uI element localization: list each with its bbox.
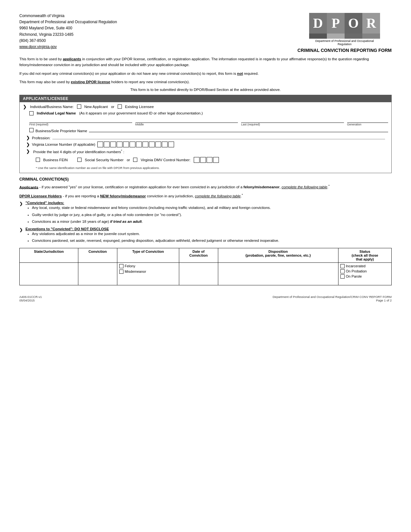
individual-legal-checkbox[interactable] — [29, 111, 34, 115]
lc8 — [142, 142, 148, 147]
misdemeanor-checkbox[interactable] — [119, 270, 123, 274]
applicants-para: Applicants - if you answered "yes" on yo… — [19, 183, 392, 190]
lc6 — [130, 142, 135, 147]
profession-label: Profession: — [32, 136, 51, 140]
footer-left: A406-01CCR-v1 05/04/2015 — [19, 295, 42, 302]
logo-d2 — [309, 34, 327, 39]
business-checkbox[interactable] — [29, 128, 34, 132]
individual-sub-label: (As it appears on your government issued… — [79, 111, 203, 115]
footer-right: Department of Professional and Occupatio… — [273, 295, 392, 302]
footer: A406-01CCR-v1 05/04/2015 Department of P… — [19, 295, 392, 302]
logo-r2 — [362, 34, 380, 39]
id-options-row: Business FEIN Social Security Number or … — [36, 157, 219, 163]
table-row: Felony Misdemeanor Incarcerated — [20, 262, 392, 285]
last-label: Last (required) — [241, 123, 344, 126]
new-applicant-label: New Applicant — [84, 105, 108, 109]
convicted-section: ❯ "Convicted" includes: Any local, count… — [19, 201, 392, 226]
arrow-icon5: ❯ — [19, 201, 23, 206]
status-options: Incarcerated On Probation On Parole — [340, 264, 389, 279]
logo-r: R — [362, 13, 380, 34]
org-line1: Commonwealth of Virginia — [19, 13, 117, 19]
lc10 — [155, 142, 161, 147]
name-row: ❯ Individual/Business Name: New Applican… — [23, 104, 388, 109]
org-link[interactable]: www.dpor.virginia.gov — [19, 44, 117, 50]
convicted-header: "Convicted" includes: — [25, 201, 64, 205]
felony-checkbox[interactable] — [119, 264, 123, 268]
felony-label: Felony — [125, 264, 135, 268]
lc7 — [136, 142, 142, 147]
org-line2: Department of Professional and Occupatio… — [19, 19, 117, 25]
org-line4: Richmond, Virginia 23233-1485 — [19, 32, 117, 38]
individual-legal-row: Individual Legal Name (As it appears on … — [29, 111, 388, 115]
type-options: Felony Misdemeanor — [119, 264, 177, 274]
ssn-checkbox[interactable] — [77, 158, 82, 162]
incarcerated-row: Incarcerated — [340, 264, 389, 268]
footer-date: 05/04/2015 — [19, 299, 42, 302]
generation-input[interactable] — [347, 117, 388, 123]
dmv-checkbox[interactable] — [133, 158, 137, 162]
dmv-cells — [194, 157, 219, 163]
first-label: First (required) — [29, 123, 132, 126]
lc1 — [97, 142, 103, 147]
fein-label: Business FEIN — [43, 158, 68, 162]
parole-row: On Parole — [340, 274, 389, 279]
col5-line2: {probation, parole, fine, sentence, etc.… — [245, 253, 311, 257]
convicted-content: "Convicted" includes: Any local, county,… — [25, 201, 271, 226]
convicted-bullets: Any local, county, state or federal misd… — [32, 205, 271, 225]
name-fields: First (required) Middle Last (required) … — [29, 117, 388, 126]
id-section: ❯ Provide the last 4 digits of your iden… — [23, 149, 388, 170]
col4-line2: Conviction — [189, 253, 208, 257]
conviction-cell — [78, 262, 117, 285]
license-row: ❯ Virginia License Number (if applicable… — [23, 142, 388, 147]
type-cell: Felony Misdemeanor — [117, 262, 179, 285]
felony-row: Felony — [119, 264, 177, 268]
dmv-c1 — [194, 157, 200, 163]
logo-o2 — [345, 34, 362, 39]
col-disposition: Disposition {probation, parole, fine, se… — [218, 248, 338, 262]
id-label: Provide the last 4 digits of your identi… — [33, 149, 124, 154]
lc2 — [104, 142, 110, 147]
probation-checkbox[interactable] — [340, 269, 345, 273]
middle-name-input[interactable] — [135, 117, 238, 123]
exceptions-section: ❯ Exceptions to "Convicted": DO NOT DISC… — [19, 227, 392, 245]
dpor-logo: D P O R — [309, 13, 380, 39]
col6-line2: (check all those — [352, 253, 378, 257]
exceptions-header: Exceptions to "Convicted": DO NOT DISCLO… — [25, 227, 109, 231]
col-state: State/Jurisdiction — [20, 248, 78, 262]
exception-bullet1: Any violations adjudicated as a minor in… — [32, 231, 279, 237]
last-name-input[interactable] — [241, 117, 344, 123]
footer-form-id: A406-01CCR-v1 — [19, 295, 42, 299]
applicants-label: Applicants — [19, 185, 38, 189]
id-row: ❯ Provide the last 4 digits of your iden… — [26, 149, 124, 154]
criminal-section-title: CRIMINAL CONVICTION(S) — [19, 177, 392, 182]
date-cell — [179, 262, 218, 285]
logo-o: O — [345, 13, 362, 34]
col-type: Type of Conviction — [117, 248, 179, 262]
logo-p: P — [327, 13, 345, 34]
parole-checkbox[interactable] — [340, 274, 345, 279]
first-name-input[interactable] — [29, 117, 132, 123]
form-title: CRIMINAL CONVICTION REPORTING FORM — [298, 48, 392, 53]
disposition-cell — [218, 262, 338, 285]
header: Commonwealth of Virginia Department of P… — [19, 13, 392, 53]
profession-row: ❯ Profession: — [23, 134, 388, 140]
incarcerated-checkbox[interactable] — [340, 264, 345, 268]
convicted-bullet2: Guilty verdict by judge or jury, a plea … — [32, 212, 271, 218]
dmv-c2 — [200, 157, 206, 163]
id-label-text: Provide the last 4 digits of your identi… — [33, 150, 121, 153]
logo-p2 — [327, 34, 345, 39]
new-applicant-checkbox[interactable] — [77, 104, 81, 109]
conviction-table: State/Jurisdiction Conviction Type of Co… — [19, 248, 392, 285]
arrow-icon6: ❯ — [19, 227, 23, 232]
status-cell: Incarcerated On Probation On Parole — [338, 262, 391, 285]
misdemeanor-label: Misdemeanor — [125, 270, 146, 273]
existing-licensee-checkbox[interactable] — [118, 104, 122, 109]
fein-checkbox[interactable] — [36, 158, 40, 162]
intro-para3: This form may also be used by existing D… — [19, 79, 392, 85]
intro-para4: This form is to be submitted directly to… — [19, 88, 392, 92]
col6-line1: Status — [359, 250, 370, 253]
asterisk-note: * Use the same identification number as … — [36, 166, 160, 170]
middle-label: Middle — [135, 123, 238, 126]
lc5 — [123, 142, 129, 147]
lc12 — [168, 142, 174, 147]
